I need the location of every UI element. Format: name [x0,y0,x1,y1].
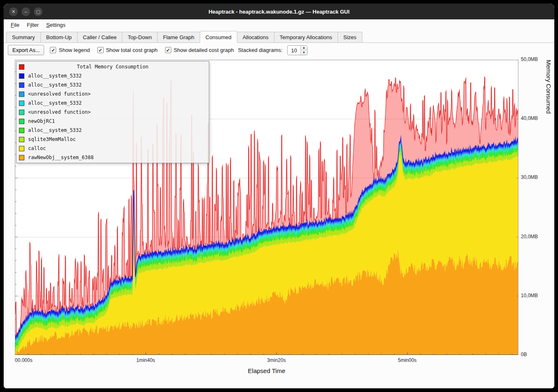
legend-entry-label: sqlite3MemMalloc [28,136,76,142]
tab-temporary-allocations[interactable]: Temporary Allocations [274,32,338,42]
legend-swatch [19,128,24,133]
checkbox-label: Show total cost graph [106,47,158,53]
chart-legend: Total Memory Consumptionalloc__system_53… [16,61,209,163]
check-icon: ✓ [98,48,102,53]
spinbox-value[interactable]: 10 [288,46,300,55]
check-icon: ✓ [51,48,55,53]
legend-title: Total Memory Consumption [28,64,197,70]
x-axis-tick-label: 1min40s [136,357,155,363]
menubar: FileFilterSettings [4,19,554,31]
toolbar-checkboxes: ✓Show legend✓Show total cost graph✓Show … [48,47,234,53]
close-button[interactable]: ✕ [9,7,18,16]
menu-filter[interactable]: Filter [23,20,43,30]
legend-entry-label: alloc__system_5332 [28,127,82,133]
legend-entry-label: alloc__system_5332 [28,100,82,106]
spin-up-button[interactable]: ▲ [301,46,307,50]
stacked-diagrams-spinbox[interactable]: 10 ▲ ▼ [287,45,307,55]
toolbar: Export As... ✓Show legend✓Show total cos… [4,43,554,57]
x-axis-tick-label: 00.000s [15,357,33,363]
checkbox-box[interactable]: ✓ [97,47,104,53]
legend-entry-label: rawNewObj__system_6388 [28,155,94,160]
legend-entry-label: <unresolved function> [28,91,91,97]
checkbox-box[interactable]: ✓ [50,47,56,53]
legend-entry-label: calloc [28,146,46,151]
legend-entry: rawNewObj__system_6388 [17,153,209,162]
tab-bottom-up[interactable]: Bottom-Up [40,32,78,42]
y-axis-tick-label: 50,0MB [521,56,547,62]
legend-entry: <unresolved function> [17,89,209,99]
tab-sizes[interactable]: Sizes [338,32,362,42]
checkbox-label: Show legend [59,47,90,53]
x-axis-title: Elapsed Time [15,367,518,374]
legend-swatch-total [19,64,24,70]
legend-entry: alloc__system_5332 [17,99,209,108]
close-icon: ✕ [12,9,15,14]
legend-swatch [19,146,24,151]
y-axis-title: Memory Consumed [545,60,552,355]
y-axis-tick-label: 30,0MB [521,174,547,180]
y-axis-tick-label: 40,0MB [521,115,547,121]
window-controls: ✕ – ▢ [9,7,43,16]
legend-swatch [19,82,24,88]
export-as-button[interactable]: Export As... [8,45,44,55]
consumed-chart-region: Total Memory Consumptionalloc__system_53… [4,57,554,389]
legend-swatch [19,73,24,79]
checkbox-label: Show detailed cost graph [174,47,234,53]
legend-swatch [19,137,24,142]
tab-flame-graph[interactable]: Flame Graph [157,32,200,42]
heaptrack-window: ✕ – ▢ Heaptrack - heaptrack.wakunode.1.g… [3,3,555,389]
menu-settings[interactable]: Settings [43,20,69,30]
chevron-down-icon: ▼ [302,51,305,54]
legend-entry: calloc [17,144,209,153]
tab-allocations[interactable]: Allocations [237,32,274,42]
y-axis-tick-label: 20,0MB [521,234,547,239]
legend-entry-label: <unresolved function> [28,109,91,115]
legend-entry-label: alloc__system_5332 [28,73,82,79]
y-axis-tick-label: 0B [521,352,547,357]
minimize-button[interactable]: – [21,7,30,16]
spin-down-button[interactable]: ▼ [301,50,307,55]
stacked-diagrams-label: Stacked diagrams: [238,47,283,53]
legend-title-row: Total Memory Consumption [17,62,209,71]
spinbox-buttons: ▲ ▼ [300,46,307,55]
menu-file[interactable]: File [7,20,23,30]
titlebar: ✕ – ▢ Heaptrack - heaptrack.wakunode.1.g… [4,4,554,19]
checkbox-box[interactable]: ✓ [165,47,171,53]
legend-entry-label: alloc__system_5332 [28,82,82,88]
window-title: Heaptrack - heaptrack.wakunode.1.gz — He… [4,9,554,15]
legend-swatch [19,155,24,160]
tab-summary[interactable]: Summary [6,32,41,42]
checkbox-show-detailed-cost-graph[interactable]: ✓Show detailed cost graph [165,47,234,53]
tab-top-down[interactable]: Top-Down [122,32,158,42]
y-axis-tick-label: 10,0MB [521,293,547,298]
legend-entry: alloc__system_5332 [17,80,209,89]
minimize-icon: – [24,9,27,14]
legend-entry: sqlite3MemMalloc [17,135,209,144]
x-axis-tick-label: 5min00s [398,357,416,363]
legend-entry: alloc__system_5332 [17,126,209,135]
legend-swatch [19,101,24,106]
legend-entry-label: newObjRC1 [28,118,55,124]
legend-swatch [19,110,24,115]
check-icon: ✓ [166,48,170,53]
checkbox-show-total-cost-graph[interactable]: ✓Show total cost graph [97,47,158,53]
checkbox-show-legend[interactable]: ✓Show legend [50,47,90,53]
legend-swatch [19,92,24,97]
x-axis-tick-label: 3min20s [267,357,286,363]
tab-caller-callee[interactable]: Caller / Callee [77,32,123,42]
legend-entry: alloc__system_5332 [17,71,209,80]
legend-entry: newObjRC1 [17,117,209,126]
tab-consumed[interactable]: Consumed [200,31,237,43]
chevron-up-icon: ▲ [302,46,305,49]
maximize-button[interactable]: ▢ [34,7,43,16]
legend-entry: <unresolved function> [17,108,209,117]
legend-swatch [19,119,24,124]
tab-bar: SummaryBottom-UpCaller / CalleeTop-DownF… [4,31,554,43]
maximize-icon: ▢ [36,9,40,14]
